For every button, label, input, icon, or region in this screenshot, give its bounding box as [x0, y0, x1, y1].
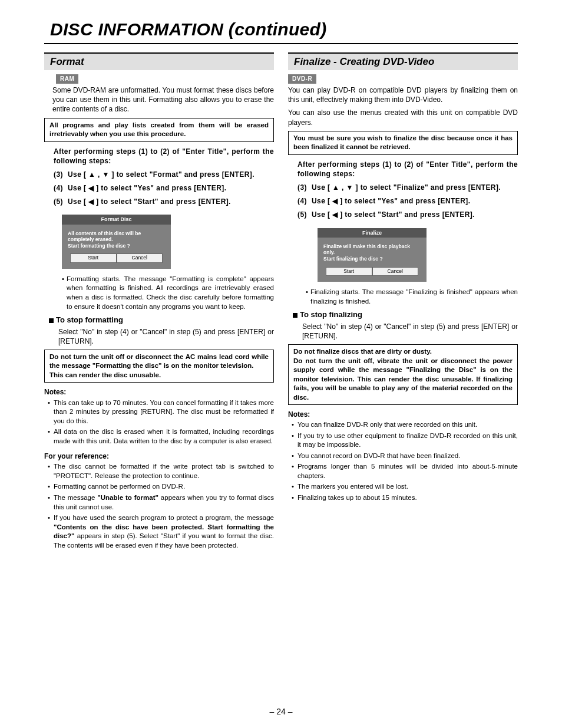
format-dialog: Format Disc All contents of this disc wi… [62, 215, 171, 268]
finalize-steps: After performing steps (1) to (2) of "En… [288, 160, 518, 220]
format-steps-intro: After performing steps (1) to (2) of "En… [54, 147, 274, 166]
stop-finalizing-heading: To stop finalizing [293, 309, 518, 320]
finalize-heading: Finalize - Creating DVD-Video [288, 52, 518, 71]
list-item: •If you try to use other equipment to fi… [292, 431, 518, 450]
format-post-dialog: •Formatting starts. The message "Formatt… [44, 275, 274, 311]
finalize-steps-intro: After performing steps (1) to (2) of "En… [297, 160, 518, 179]
list-item: •This can take up to 70 minutes. You can… [48, 398, 274, 426]
notes-heading: Notes: [288, 410, 518, 419]
step-text: Use [ ◀ ] to select "Yes" and press [ENT… [68, 183, 274, 193]
format-step-4: (4) Use [ ◀ ] to select "Yes" and press … [54, 183, 274, 193]
start-button[interactable]: Start [70, 253, 117, 262]
title-rule [44, 43, 518, 44]
list-item: •The disc cannot be formatted if the wri… [48, 462, 274, 480]
step-number: (4) [297, 196, 312, 206]
dialog-title: Finalize [318, 228, 427, 238]
finalize-dialog: Finalize Finalize will make this disc pl… [318, 228, 427, 282]
post-dialog-text: Finalizing starts. The message "Finalizi… [310, 288, 518, 306]
page-number: – 24 – [0, 706, 562, 717]
warn2-line-b: Do not turn the unit off, vibrate the un… [293, 357, 513, 401]
step-text: Use [ ▲ , ▼ ] to select "Finalize" and p… [312, 183, 518, 192]
list-item: •Programs longer than 5 minutes will be … [292, 462, 518, 480]
right-column: Finalize - Creating DVD-Video DVD-R You … [288, 52, 518, 552]
dialog-body: Finalize will make this disc playback on… [318, 238, 427, 267]
finalize-intro-1: You can play DVD-R on compatible DVD pla… [288, 85, 518, 104]
step-text: Use [ ◀ ] to select "Start" and press [E… [68, 197, 274, 206]
list-item: •The message "Unable to format" appears … [48, 493, 274, 512]
reference-heading: For your reference: [44, 452, 274, 461]
two-column-layout: Format RAM Some DVD-RAM are unformatted.… [44, 52, 518, 552]
post-dialog-text: Formatting starts. The message "Formatti… [67, 275, 274, 311]
stop-formatting-body: Select "No" in step (4) or "Cancel" in s… [44, 327, 274, 346]
left-column: Format RAM Some DVD-RAM are unformatted.… [44, 52, 274, 552]
warn2-line-b: This can render the disc unusable. [49, 371, 161, 378]
format-reference-list: •The disc cannot be formatted if the wri… [44, 462, 274, 550]
list-item: •If you have used the search program to … [48, 513, 274, 550]
format-steps: After performing steps (1) to (2) of "En… [44, 147, 274, 207]
dialog-buttons: Start Cancel [318, 267, 427, 276]
warn2-line-a: Do not turn the unit off or disconnect t… [49, 353, 269, 370]
warn2-line-a: Do not finalize discs that are dirty or … [293, 348, 432, 355]
ram-badge: RAM [56, 74, 78, 84]
format-intro: Some DVD-RAM are unformatted. You must f… [52, 85, 274, 114]
step-number: (5) [54, 197, 68, 206]
dialog-buttons: Start Cancel [62, 253, 171, 262]
step-number: (3) [54, 170, 68, 179]
list-item: •Finalizing takes up to about 15 minutes… [292, 493, 518, 503]
notes-heading: Notes: [44, 387, 274, 397]
list-item: •You cannot record on DVD-R that have be… [292, 452, 518, 461]
cancel-button[interactable]: Cancel [372, 267, 419, 276]
stop-formatting-heading: To stop formatting [49, 315, 274, 325]
square-bullet-icon [49, 318, 54, 323]
stop-finalizing-body: Select "No" in step (4) or "Cancel" in s… [288, 322, 518, 341]
format-body: RAM Some DVD-RAM are unformatted. You mu… [44, 74, 274, 114]
format-notes-list: •This can take up to 70 minutes. You can… [44, 398, 274, 446]
finalize-post-dialog: •Finalizing starts. The message "Finaliz… [288, 288, 518, 306]
finalize-step-4: (4) Use [ ◀ ] to select "Yes" and press … [297, 196, 518, 206]
square-bullet-icon [293, 313, 297, 318]
list-item: •All data on the disc is erased when it … [48, 427, 274, 446]
format-step-3: (3) Use [ ▲ , ▼ ] to select "Format" and… [54, 170, 274, 179]
step-number: (3) [297, 183, 312, 192]
cancel-button[interactable]: Cancel [117, 253, 163, 262]
format-warning-1: All programs and play lists created from… [44, 118, 274, 142]
step-number: (5) [297, 210, 312, 219]
dialog-body: All contents of this disc will be comple… [62, 225, 171, 254]
step-number: (4) [54, 183, 68, 193]
dialog-title: Format Disc [62, 215, 171, 224]
format-step-5: (5) Use [ ◀ ] to select "Start" and pres… [54, 197, 274, 206]
finalize-intro-2: You can also use the menus created with … [288, 108, 518, 127]
finalize-notes-list: •You can finalize DVD-R only that were r… [288, 420, 518, 502]
finalize-warning-2: Do not finalize discs that are dirty or … [288, 344, 518, 405]
step-text: Use [ ▲ , ▼ ] to select "Format" and pre… [68, 170, 274, 179]
dvdr-badge: DVD-R [288, 74, 316, 84]
list-item: •Formatting cannot be performed on DVD-R… [48, 482, 274, 492]
finalize-step-5: (5) Use [ ◀ ] to select "Start" and pres… [297, 210, 518, 219]
step-text: Use [ ◀ ] to select "Start" and press [E… [312, 210, 518, 219]
finalize-step-3: (3) Use [ ▲ , ▼ ] to select "Finalize" a… [297, 183, 518, 192]
finalize-body: DVD-R You can play DVD-R on compatible D… [288, 74, 518, 127]
page-title: DISC INFORMATION (continued) [50, 18, 518, 42]
step-text: Use [ ◀ ] to select "Yes" and press [ENT… [312, 196, 518, 206]
list-item: •The markers you entered will be lost. [292, 482, 518, 492]
format-heading: Format [44, 52, 274, 71]
finalize-warning-1: You must be sure you wish to finalize th… [288, 131, 518, 155]
start-button[interactable]: Start [326, 267, 372, 276]
list-item: •You can finalize DVD-R only that were r… [292, 420, 518, 430]
format-warning-2: Do not turn the unit off or disconnect t… [44, 350, 274, 383]
